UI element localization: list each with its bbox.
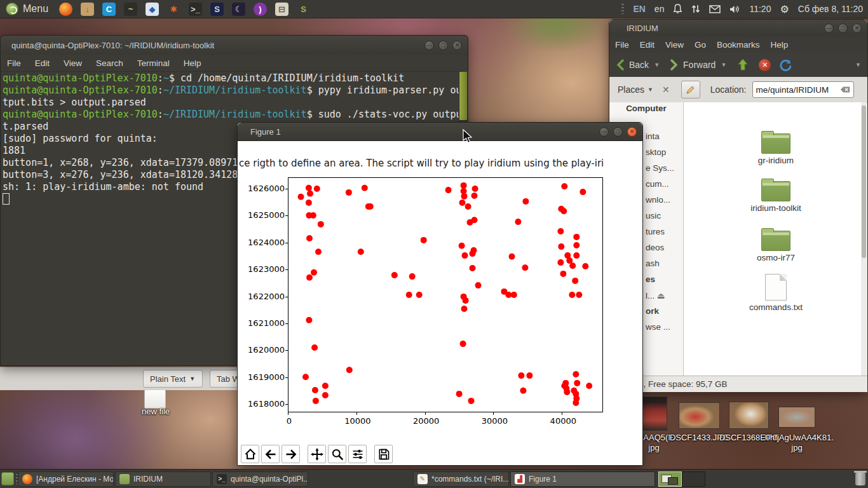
sidebar-item[interactable]: cum... [646,179,669,189]
keyboard-layout[interactable]: en [654,4,665,14]
clock[interactable]: 11:20 [749,4,771,14]
mail-icon[interactable] [709,5,721,13]
desktop-photo-thumbnail[interactable] [641,396,667,431]
task-button-4[interactable]: ✎*commands.txt (~/IRI... [413,471,509,487]
date-clock[interactable]: Сб фев 8, 11:20 [798,4,863,14]
task-button-3[interactable]: >_quinta@quinta-OptiPl... [212,471,308,487]
sidebar-item[interactable]: inta [646,132,660,141]
refresh-icon[interactable] [780,59,792,71]
minimize-button[interactable]: — [824,24,834,33]
language-selector-button[interactable]: Plain Text ▼ [143,370,203,388]
sidebar-item[interactable]: e Sys... [646,163,674,173]
show-desktop-button[interactable] [1,472,14,485]
virtualbox-launcher-icon[interactable]: ◆ [146,3,159,16]
sidebar-item[interactable]: ash [646,259,660,268]
tray-grip[interactable] [621,4,624,14]
leafpad-launcher-icon[interactable]: S [297,3,310,16]
file-manager-menu-help[interactable]: Help [771,40,789,50]
clear-location-icon[interactable] [840,86,850,93]
edit-location-toggle[interactable] [681,81,700,98]
terminal-menu-search[interactable]: Search [96,58,123,68]
task-button-1[interactable]: [Андрей Елескин - Мо... [18,471,114,487]
maximize-button[interactable]: □ [838,24,848,33]
back-button[interactable]: Back [629,60,649,70]
minimize-button[interactable]: — [599,127,609,137]
back-button[interactable] [261,445,280,463]
terminal-menu-file[interactable]: File [7,58,21,68]
sidebar-item[interactable]: wnlo... [646,195,670,205]
task-button-5[interactable]: ▟Figure 1 [510,471,655,487]
terminal-titlebar[interactable]: quinta@quinta-OptiPlex-7010: ~/IRIDIUM/i… [1,36,468,55]
file-item-commands.txt[interactable]: commands.txt [738,274,814,312]
menu-button[interactable]: Menu [0,0,54,18]
new-file-desktop-icon[interactable] [144,390,166,409]
new-file-label[interactable]: new file [124,407,187,416]
places-chevron-icon[interactable]: ▼ [648,86,653,93]
night-sky-launcher-icon[interactable]: ☾ [232,3,245,16]
terminal-menu-terminal[interactable]: Terminal [137,58,170,68]
file-manager-titlebar[interactable]: IRIDIUM — □ ✕ [609,20,867,37]
file-manager-menu-edit[interactable]: Edit [640,40,654,50]
desktop-photo-thumbnail[interactable] [778,407,815,428]
close-button[interactable]: ✕ [627,127,637,137]
close-button[interactable]: ✕ [452,41,462,50]
eject-icon[interactable]: ⏏ [654,291,665,301]
terminal-menu-help[interactable]: Help [184,58,201,68]
notifications-icon[interactable] [673,4,682,14]
file-manager-menu-bookmarks[interactable]: Bookmarks [717,40,760,50]
file-item-osmo-ir77[interactable]: osmo-ir77 [738,228,814,262]
file-manager-menu-go[interactable]: Go [695,40,706,50]
sidebar-item[interactable]: usic [646,211,661,220]
workspace-switcher[interactable] [658,471,705,487]
desktop-photo-thumbnail[interactable] [729,402,769,429]
terminal-menu-view[interactable]: View [64,58,82,68]
forward-button[interactable]: Forward [683,60,715,70]
keyboard-indicator[interactable]: EN [633,4,645,14]
chat-launcher-icon[interactable]: C [102,3,116,16]
stop-icon[interactable]: ✕ [759,59,771,71]
network-icon[interactable] [691,4,700,14]
toolbar-overflow-chevron-icon[interactable]: ▼ [855,62,861,68]
sidebar-item[interactable]: sktop [646,147,666,157]
sidebar-item[interactable]: tures [646,227,665,236]
save-button[interactable] [374,445,393,463]
sidebar-item[interactable]: wse ... [646,322,670,332]
minimize-button[interactable]: — [424,41,434,50]
desktop-photo-label[interactable]: jpg [740,443,854,452]
back-history-chevron-icon[interactable]: ▼ [654,62,660,68]
file-item-gr-iridium[interactable]: gr-iridium [738,131,814,165]
maximize-button[interactable]: □ [438,41,448,50]
terminal-menu-edit[interactable]: Edit [35,58,50,68]
jami-launcher-icon[interactable]: ) [254,3,267,16]
home-button[interactable] [241,445,259,463]
gnuradio-launcher-icon[interactable]: ✱ [167,3,180,16]
subplots-button[interactable] [348,445,367,463]
workspace-1[interactable] [658,471,682,487]
firefox-launcher-icon[interactable] [59,3,72,16]
file-manager-menu-view[interactable]: View [665,40,684,50]
sidebar-item[interactable]: deos [646,243,664,252]
file-manager-scrollbar-thumb[interactable] [862,105,866,258]
workspace-2[interactable] [682,471,705,487]
oscilloscope-launcher-icon[interactable]: ~ [124,3,137,16]
figure-titlebar[interactable]: Figure 1 — □ ✕ [238,123,642,141]
close-sidebar-icon[interactable]: ✕ [662,85,670,95]
places-selector[interactable]: Places [618,85,644,95]
volume-icon[interactable] [729,4,740,14]
file-manager-menu-file[interactable]: File [615,40,629,50]
desktop-photo-label[interactable]: E0hfjAgUwAA4K81. [740,433,854,442]
sidebar-item[interactable]: es [646,274,655,284]
pan-button[interactable] [308,445,326,463]
desktop-photo-thumbnail[interactable] [679,402,720,429]
location-input[interactable]: me/quinta/IRIDIUM [752,81,854,98]
trash-icon[interactable] [855,473,865,485]
terminal-scrollbar-thumb[interactable] [459,72,467,120]
session-gear-icon[interactable]: ⚙ [780,3,789,15]
up-icon[interactable] [737,58,749,71]
sidebar-item[interactable]: ork [646,306,659,316]
zoom-button[interactable] [328,445,346,463]
forward-button[interactable] [281,445,300,463]
stellarium-launcher-icon[interactable]: S [210,3,224,16]
close-button[interactable]: ✕ [852,24,862,33]
file-item-iridium-toolkit[interactable]: iridium-toolkit [738,179,814,213]
